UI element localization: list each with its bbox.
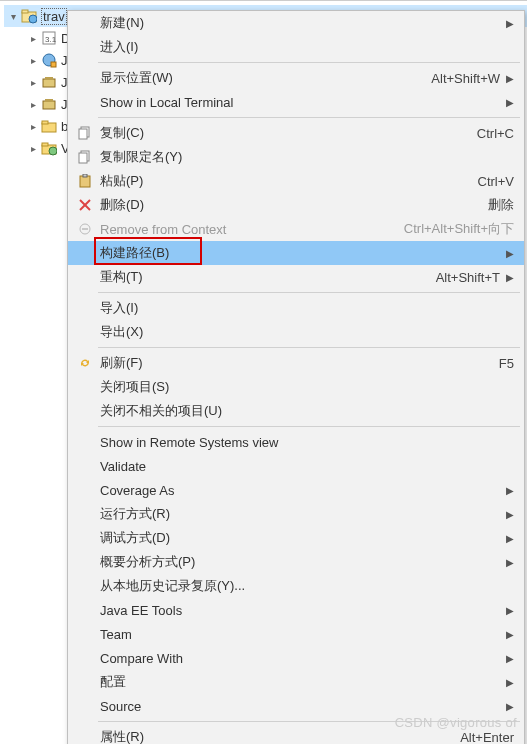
menu-label: 刷新(F) <box>96 354 489 372</box>
folder-b-icon <box>40 117 58 135</box>
menu-export[interactable]: 导出(X) <box>68 320 524 344</box>
submenu-arrow-icon: ▶ <box>500 272 514 283</box>
svg-rect-21 <box>83 174 87 177</box>
menu-refactor[interactable]: 重构(T) Alt+Shift+T ▶ <box>68 265 524 289</box>
submenu-arrow-icon: ▶ <box>500 629 514 640</box>
svg-rect-8 <box>45 77 53 80</box>
tree-root-label: trav <box>41 8 67 25</box>
menu-label: Validate <box>96 459 514 474</box>
svg-rect-10 <box>45 99 53 102</box>
menu-label: Show in Local Terminal <box>96 95 500 110</box>
menu-debug-as[interactable]: 调试方式(D) ▶ <box>68 526 524 550</box>
menu-show-local-terminal[interactable]: Show in Local Terminal ▶ <box>68 90 524 114</box>
menu-separator <box>98 62 520 63</box>
blank-icon <box>74 11 96 35</box>
expand-toggle[interactable]: ▸ <box>26 141 40 155</box>
paste-icon <box>74 169 96 193</box>
svg-point-2 <box>29 15 37 23</box>
blank-icon <box>74 526 96 550</box>
menu-label: Show in Remote Systems view <box>96 435 514 450</box>
blank-icon <box>74 90 96 114</box>
submenu-arrow-icon: ▶ <box>500 18 514 29</box>
submenu-arrow-icon: ▶ <box>500 533 514 544</box>
expand-toggle[interactable]: ▸ <box>26 31 40 45</box>
blank-icon <box>74 502 96 526</box>
submenu-arrow-icon: ▶ <box>500 605 514 616</box>
expand-toggle[interactable]: ▾ <box>6 9 20 23</box>
submenu-arrow-icon: ▶ <box>500 677 514 688</box>
blank-icon <box>74 574 96 598</box>
menu-import[interactable]: 导入(I) <box>68 296 524 320</box>
menu-new[interactable]: 新建(N) ▶ <box>68 11 524 35</box>
menu-label: Java EE Tools <box>96 603 500 618</box>
copy-qualified-icon <box>74 145 96 169</box>
svg-rect-1 <box>22 10 28 13</box>
svg-rect-17 <box>79 129 87 139</box>
menu-copy-qualified[interactable]: 复制限定名(Y) <box>68 145 524 169</box>
menu-separator <box>98 426 520 427</box>
menu-shortcut: 删除 <box>478 196 514 214</box>
blank-icon <box>74 265 96 289</box>
menu-separator <box>98 292 520 293</box>
menu-properties[interactable]: 属性(R) Alt+Enter <box>68 725 524 744</box>
svg-rect-7 <box>43 79 55 87</box>
menu-coverage-as[interactable]: Coverage As ▶ <box>68 478 524 502</box>
menu-restore-local-history[interactable]: 从本地历史记录复原(Y)... <box>68 574 524 598</box>
menu-separator <box>98 721 520 722</box>
menu-label: 属性(R) <box>96 728 450 744</box>
menu-refresh[interactable]: 刷新(F) F5 <box>68 351 524 375</box>
menu-label: Coverage As <box>96 483 500 498</box>
menu-label: Source <box>96 699 500 714</box>
menu-java-ee-tools[interactable]: Java EE Tools ▶ <box>68 598 524 622</box>
submenu-arrow-icon: ▶ <box>500 73 514 84</box>
expand-toggle[interactable]: ▸ <box>26 75 40 89</box>
menu-close-project[interactable]: 关闭项目(S) <box>68 375 524 399</box>
menu-close-unrelated[interactable]: 关闭不相关的项目(U) <box>68 399 524 423</box>
menu-copy[interactable]: 复制(C) Ctrl+C <box>68 121 524 145</box>
menu-label: 关闭不相关的项目(U) <box>96 402 514 420</box>
submenu-arrow-icon: ▶ <box>500 485 514 496</box>
jar-lib-icon <box>40 73 58 91</box>
menu-shortcut: Alt+Enter <box>450 730 514 745</box>
blank-icon <box>74 320 96 344</box>
menu-run-as[interactable]: 运行方式(R) ▶ <box>68 502 524 526</box>
menu-label: 重构(T) <box>96 268 426 286</box>
menu-configure[interactable]: 配置 ▶ <box>68 670 524 694</box>
menu-show-in[interactable]: 显示位置(W) Alt+Shift+W ▶ <box>68 66 524 90</box>
expand-toggle[interactable]: ▸ <box>26 53 40 67</box>
menu-build-path[interactable]: 构建路径(B) ▶ <box>68 241 524 265</box>
jax-icon <box>40 51 58 69</box>
menu-label: 显示位置(W) <box>96 69 421 87</box>
menu-label: 从本地历史记录复原(Y)... <box>96 577 514 595</box>
menu-validate[interactable]: Validate <box>68 454 524 478</box>
menu-paste[interactable]: 粘贴(P) Ctrl+V <box>68 169 524 193</box>
blank-icon <box>74 241 96 265</box>
submenu-arrow-icon: ▶ <box>500 653 514 664</box>
menu-show-remote[interactable]: Show in Remote Systems view <box>68 430 524 454</box>
menu-delete[interactable]: 删除(D) 删除 <box>68 193 524 217</box>
blank-icon <box>74 454 96 478</box>
menu-label: 导入(I) <box>96 299 514 317</box>
menu-separator <box>98 347 520 348</box>
blank-icon <box>74 694 96 718</box>
svg-rect-12 <box>42 121 48 124</box>
menu-compare-with[interactable]: Compare With ▶ <box>68 646 524 670</box>
menu-team[interactable]: Team ▶ <box>68 622 524 646</box>
svg-rect-6 <box>51 62 56 67</box>
blank-icon <box>74 646 96 670</box>
menu-label: 运行方式(R) <box>96 505 500 523</box>
menu-shortcut: F5 <box>489 356 514 371</box>
blank-icon <box>74 430 96 454</box>
menu-shortcut: Ctrl+C <box>467 126 514 141</box>
submenu-arrow-icon: ▶ <box>500 557 514 568</box>
menu-profile-as[interactable]: 概要分析方式(P) ▶ <box>68 550 524 574</box>
expand-toggle[interactable]: ▸ <box>26 119 40 133</box>
menu-go-into[interactable]: 进入(I) <box>68 35 524 59</box>
submenu-arrow-icon: ▶ <box>500 509 514 520</box>
folder-v-icon <box>40 139 58 157</box>
svg-rect-9 <box>43 101 55 109</box>
menu-shortcut: Alt+Shift+W <box>421 71 500 86</box>
menu-label: 删除(D) <box>96 196 478 214</box>
expand-toggle[interactable]: ▸ <box>26 97 40 111</box>
menu-source[interactable]: Source ▶ <box>68 694 524 718</box>
